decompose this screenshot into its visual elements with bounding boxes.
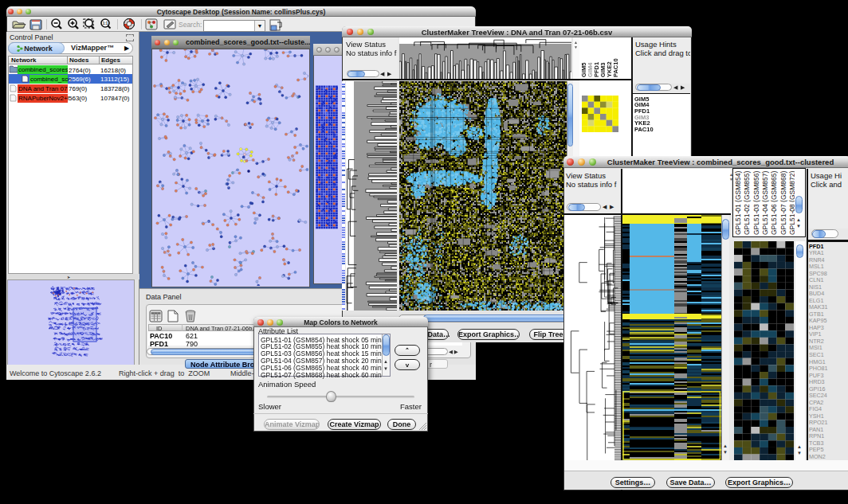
svg-text:1:1: 1:1 bbox=[103, 21, 108, 25]
